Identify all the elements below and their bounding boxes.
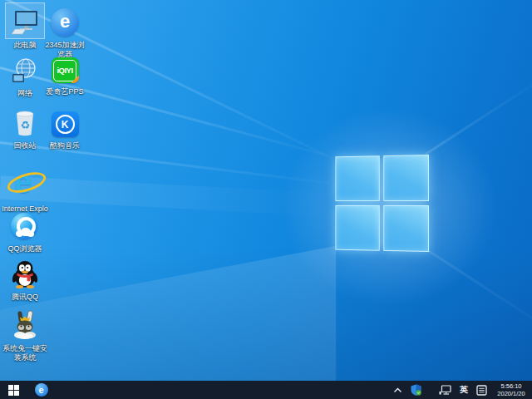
ime-keyboard-icon — [476, 385, 487, 396]
tray-network-button[interactable] — [438, 381, 452, 399]
icon-label: 回收站 — [14, 141, 37, 150]
taskbar-pinned-2345-browser[interactable]: e — [27, 381, 55, 399]
icon-label: 腾讯QQ — [12, 293, 38, 302]
start-button[interactable] — [0, 381, 27, 399]
ethernet-monitor-icon — [439, 385, 451, 396]
windows-wallpaper-logo — [335, 155, 429, 252]
rabbit-on-cloud-icon — [6, 306, 44, 342]
defender-shield-icon — [411, 384, 421, 396]
icon-label: 爱奇艺PPS — [46, 87, 83, 96]
qq-browser-cloud-icon — [6, 206, 44, 243]
desktop-icon-system-rabbit-installer[interactable]: 系统兔一键安装系统 — [2, 306, 48, 362]
wallpaper-ray — [0, 176, 331, 217]
qq-penguin-icon — [6, 254, 44, 291]
tray-show-hidden-button[interactable] — [392, 381, 403, 399]
ie-e-ring-icon: e — [2, 156, 47, 203]
desktop-icon-qq-browser[interactable]: QQ浏览器 — [2, 206, 48, 254]
tray-security-button[interactable] — [409, 381, 422, 399]
tray-language-indicator[interactable]: 英 — [458, 381, 470, 399]
icon-label: 系统兔一键安装系统 — [2, 344, 48, 362]
tray-ime-button[interactable] — [475, 381, 488, 399]
clock-date: 2020/1/20 — [497, 390, 525, 397]
desktop-background: 此电脑 e 2345加速浏览器 网络 iQIYI — [0, 0, 532, 399]
kugou-k-circle-icon: K — [47, 103, 84, 140]
icon-label: 网络 — [17, 89, 32, 98]
icon-label: 酷狗音乐 — [50, 141, 80, 150]
icon-label: QQ浏览器 — [7, 244, 42, 254]
blue-e-circle-icon: e — [35, 383, 48, 397]
wallpaper-ray — [425, 248, 532, 329]
icon-label: 此电脑 — [14, 41, 37, 50]
globe-monitor-icon — [5, 51, 45, 87]
wallpaper-ray — [425, 83, 532, 155]
desktop-icon-tencent-qq[interactable]: 腾讯QQ — [2, 254, 48, 302]
desktop-icon-iqiyi-pps[interactable]: iQIYI 爱奇艺PPS — [42, 49, 88, 96]
desktop-icon-kugou-music[interactable]: K 酷狗音乐 — [42, 103, 88, 150]
chevron-up-icon — [393, 387, 402, 393]
taskbar: e — [0, 381, 532, 399]
svg-text:♻: ♻ — [20, 119, 30, 131]
wallpaper-light-wedge — [0, 239, 357, 399]
windows-logo-icon — [8, 385, 19, 396]
blue-e-circle-icon: e — [46, 2, 84, 39]
iqiyi-green-square-icon: iQIYI — [47, 49, 84, 86]
computer-monitor-icon — [5, 2, 45, 39]
clock-time: 5:56:10 — [500, 382, 521, 390]
taskbar-clock[interactable]: 5:56:10 2020/1/20 — [494, 381, 529, 399]
recycle-bin-icon: ♻ — [5, 103, 45, 140]
system-tray: 英 5:56:10 2020/1/20 — [392, 381, 532, 399]
